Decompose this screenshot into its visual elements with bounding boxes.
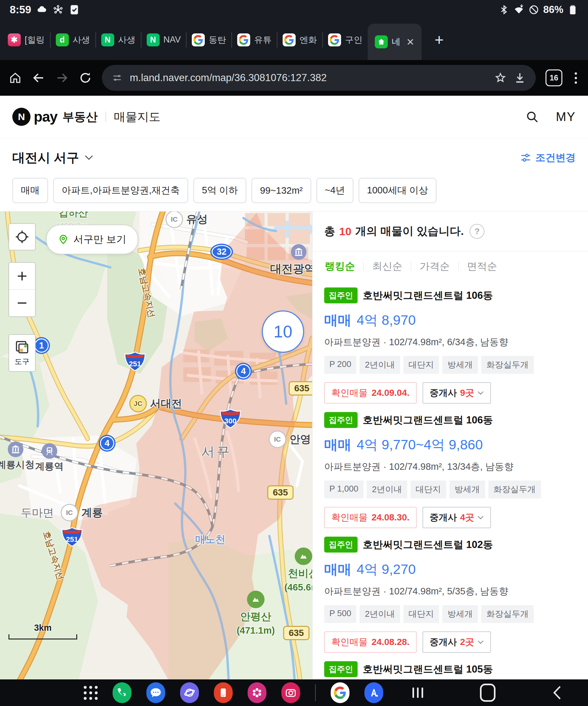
sort-ranking[interactable]: 랭킹순 <box>324 260 356 273</box>
tag: P 200 <box>324 356 356 374</box>
tag: 대단지 <box>403 605 439 623</box>
listing-card[interactable]: 집주인호반써밋그랜드센트럴 106동 매매4억 9,770~4억 9,860 아… <box>324 412 576 528</box>
tab-google-3[interactable]: 엔화 <box>277 19 322 60</box>
my-menu[interactable]: MY <box>556 110 576 124</box>
browser-tab-strip: ✱[힐링 d사생 N사생 NNAV 동탄 유튜 엔화 구인 네 ✕ + <box>0 19 588 60</box>
listing-card[interactable]: 집주인호반써밋그랜드센트럴 105동 매매4억 9,770 <box>324 661 576 679</box>
chip-price[interactable]: 5억 이하 <box>193 178 246 203</box>
owner-badge: 집주인 <box>324 537 358 553</box>
agents-dropdown[interactable]: 중개사4곳 <box>423 507 491 528</box>
chip-deal-type[interactable]: 매매 <box>12 178 48 203</box>
reload-icon[interactable] <box>79 71 92 85</box>
sort-newest[interactable]: 최신순 <box>371 260 403 273</box>
total-count: 10 <box>339 225 351 238</box>
tab-label: 동탄 <box>209 34 226 46</box>
listing-card[interactable]: 집주인호반써밋그랜드센트럴 106동 매매4억 8,970 아파트분양권 · 1… <box>324 287 576 404</box>
owner-badge: 집주인 <box>324 412 358 428</box>
chevron-down-icon[interactable] <box>84 155 93 161</box>
zoom-out-button[interactable] <box>9 290 35 316</box>
zoom-controls <box>8 262 36 317</box>
mountain-icon <box>247 591 265 609</box>
deal-type: 매매 <box>324 311 351 329</box>
tab-google-2[interactable]: 유튜 <box>232 19 277 60</box>
listing-title[interactable]: 호반써밋그랜드센트럴 106동 <box>363 289 493 302</box>
tools-label: 도구 <box>14 357 30 367</box>
map-tools-button[interactable]: 도구 <box>8 334 36 372</box>
phone-app-icon[interactable] <box>113 682 131 703</box>
listing-title[interactable]: 호반써밋그랜드센트럴 106동 <box>363 414 493 427</box>
agents-dropdown[interactable]: 중개사9곳 <box>423 382 491 404</box>
recents-button[interactable] <box>413 688 423 698</box>
tab-naver-1[interactable]: N사생 <box>96 19 141 60</box>
forward-icon[interactable] <box>55 71 69 85</box>
samsung-internet-app-icon[interactable] <box>180 682 199 703</box>
listing-title[interactable]: 호반써밋그랜드센트럴 105동 <box>363 663 493 676</box>
condition-change-button[interactable]: 조건변경 <box>520 151 576 164</box>
site-controls-icon[interactable] <box>112 72 123 83</box>
home-icon[interactable] <box>8 71 22 85</box>
tab-label: 구인 <box>345 34 362 46</box>
help-icon[interactable]: ? <box>470 224 484 239</box>
bookmark-star-icon[interactable] <box>494 72 507 84</box>
owner-badge: 집주인 <box>324 661 358 677</box>
listing-card[interactable]: 집주인호반써밋그랜드센트럴 102동 매매4억 9,270 아파트분양권 · 1… <box>324 537 576 653</box>
region-selector[interactable]: 대전시 서구 <box>12 149 79 166</box>
app-drawer-button[interactable] <box>84 686 98 700</box>
tab-switcher-button[interactable]: 16 <box>546 70 562 86</box>
chip-age[interactable]: ~4년 <box>316 178 353 203</box>
chip-households[interactable]: 1000세대 이상 <box>359 178 437 203</box>
red-app-icon[interactable] <box>214 682 233 703</box>
section-label[interactable]: 부동산 <box>63 109 98 125</box>
total-suffix: 개의 매물이 있습니다. <box>355 224 464 239</box>
url-text[interactable]: m.land.naver.com/map/36.3081076:127.382 <box>130 72 487 84</box>
back-button[interactable] <box>552 685 562 700</box>
map-markers: 갑하산(468.7m)IC유성대전광역시3212514JC서대전300IC안영서… <box>0 211 312 679</box>
flower-app-icon[interactable] <box>247 682 266 703</box>
tab-healing[interactable]: ✱[힐링 <box>3 19 50 60</box>
sort-price[interactable]: 가격순 <box>419 260 450 273</box>
camera-app-icon[interactable] <box>281 682 300 703</box>
close-tab-icon[interactable]: ✕ <box>406 36 415 48</box>
url-bar[interactable]: m.land.naver.com/map/36.3081076:127.382 <box>102 65 536 91</box>
search-icon[interactable] <box>525 110 539 124</box>
messages-app-icon[interactable] <box>146 682 165 703</box>
adot-app-icon[interactable] <box>364 682 383 703</box>
map-scale: 3km <box>8 623 77 639</box>
naver-pay-logo[interactable]: N <box>12 108 31 126</box>
chip-property-type[interactable]: 아파트,아파트분양권,재건축 <box>53 178 188 203</box>
new-tab-button[interactable]: + <box>429 31 449 49</box>
listing-title[interactable]: 호반써밋그랜드센트럴 102동 <box>363 538 493 552</box>
agents-dropdown[interactable]: 중개사2곳 <box>423 631 491 653</box>
chip-area[interactable]: 99~132m² <box>251 178 311 203</box>
map-marker-shield-rect: 635 <box>283 626 310 640</box>
tag: 2년이내 <box>359 356 400 374</box>
download-icon[interactable] <box>514 72 526 84</box>
tab-naver-2[interactable]: NNAV <box>142 19 186 60</box>
tag-row: P 1,000 2년이내 대단지 방세개 화장실두개 <box>324 480 576 498</box>
home-button[interactable] <box>480 683 496 702</box>
google-app-icon[interactable] <box>331 682 350 703</box>
district-only-button[interactable]: 서구만 보기 <box>46 225 138 254</box>
map-marker-jc: JC서대전 <box>129 395 182 413</box>
tab-google-1[interactable]: 동탄 <box>187 19 231 60</box>
back-icon[interactable] <box>32 71 45 85</box>
tab-daum[interactable]: d사생 <box>51 19 95 60</box>
browser-menu-icon[interactable] <box>572 72 580 84</box>
confirm-date: 24.09.04. <box>371 388 409 398</box>
tag: 화장실두개 <box>488 480 541 498</box>
zoom-in-button[interactable] <box>9 263 35 290</box>
svg-text:251: 251 <box>129 360 141 368</box>
pay-logo-text[interactable]: pay <box>34 109 57 125</box>
tab-naver-land-active[interactable]: 네 ✕ <box>368 24 422 60</box>
my-location-button[interactable] <box>8 223 36 250</box>
tab-label: 엔화 <box>300 34 317 46</box>
sort-area[interactable]: 면적순 <box>466 260 498 273</box>
listing-cluster-marker[interactable]: 10 <box>262 311 304 353</box>
clock: 8:59 <box>10 4 31 16</box>
confirm-date: 24.08.28. <box>371 637 409 647</box>
chevron-down-icon <box>477 640 484 644</box>
tag: P 500 <box>324 605 356 623</box>
map-marker-mtn: 천비산(465.6m) <box>284 548 312 593</box>
map-canvas[interactable]: 갑하산(468.7m)IC유성대전광역시3212514JC서대전300IC안영서… <box>0 211 312 679</box>
tab-google-4[interactable]: 구인 <box>323 19 368 60</box>
